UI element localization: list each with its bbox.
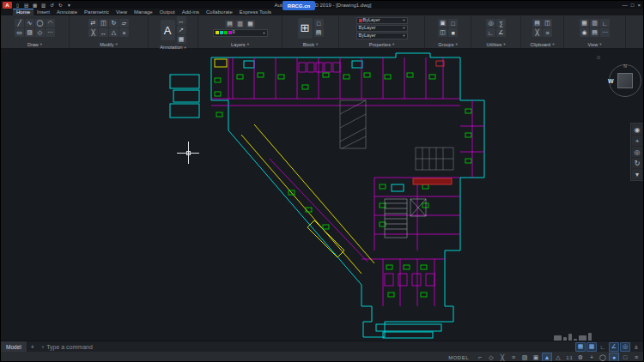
leader-tool-icon[interactable]: ↗ <box>177 26 186 34</box>
ribbon-tab-home[interactable]: Home <box>13 9 33 15</box>
app-menu-button[interactable]: A <box>3 2 12 9</box>
transparency-icon[interactable]: ▨ <box>519 353 530 362</box>
group-select-icon[interactable]: ■ <box>448 28 458 37</box>
named-views-icon[interactable]: ▥ <box>590 19 599 27</box>
floor-plan-drawing[interactable] <box>168 49 488 341</box>
ribbon-panel-label[interactable]: Groups▾ <box>425 40 471 48</box>
erase-tool-icon[interactable]: × <box>119 28 129 37</box>
insert-block-icon[interactable]: ⊞ <box>298 18 313 39</box>
ribbon-panel-label[interactable]: Modify▾ <box>70 40 148 48</box>
selection-cycling-icon[interactable]: ▣ <box>531 353 541 362</box>
viewport-config-icon[interactable]: ▦ <box>580 19 589 27</box>
ribbon-tab-parametric[interactable]: Parametric <box>81 9 112 15</box>
layer-dropdown[interactable]: 0▾ <box>213 29 268 37</box>
dynamic-input-icon[interactable]: ± <box>631 342 641 352</box>
lineweight-dropdown[interactable]: ByLayer▾ <box>356 33 408 39</box>
cut-icon[interactable]: ╳ <box>532 28 542 37</box>
copy-clip-icon[interactable]: ◫ <box>543 19 552 27</box>
redo-icon[interactable]: ↻ <box>57 2 64 9</box>
new-file-icon[interactable]: ▯ <box>14 2 21 9</box>
ribbon-tab-manage[interactable]: Manage <box>131 9 156 15</box>
ribbon-tab-output[interactable]: Output <box>156 9 179 15</box>
grid-icon[interactable]: ▦ <box>575 342 586 352</box>
dimension-tool-icon[interactable]: ↔ <box>177 16 186 25</box>
id-point-icon[interactable]: ∟ <box>486 28 495 37</box>
pan-icon[interactable]: + <box>632 136 642 146</box>
linetype-dropdown[interactable]: ByLayer▾ <box>356 25 408 32</box>
ribbon-tab-insert[interactable]: Insert <box>33 9 53 15</box>
ungroup-icon[interactable]: □ <box>448 19 458 27</box>
quick-calculator-icon[interactable]: ∑ <box>496 19 506 27</box>
layer-state-icon[interactable]: ▥ <box>235 20 245 28</box>
layer-isolate-icon[interactable]: ▦ <box>246 20 255 28</box>
measure-icon[interactable]: ◎ <box>486 19 495 27</box>
navigation-icon[interactable]: ◉ <box>580 28 589 37</box>
stretch-tool-icon[interactable]: ↔ <box>99 28 108 37</box>
arc-tool-icon[interactable]: ◠ <box>46 19 55 27</box>
line-tool-icon[interactable]: ╱ <box>15 19 24 27</box>
text-tool-icon[interactable]: A <box>161 20 175 40</box>
print-icon[interactable]: ▥ <box>39 2 47 9</box>
isolate-objects-icon[interactable]: ◯ <box>598 353 608 362</box>
layout-tab-model[interactable]: Model <box>1 341 27 352</box>
viewcube-home-icon[interactable]: ⌂ <box>597 54 600 60</box>
ribbon-panel-label[interactable]: Draw▾ <box>1 40 69 48</box>
isometric-drafting-icon[interactable]: ◇ <box>486 353 496 362</box>
model-space-label[interactable]: MODEL <box>448 355 469 360</box>
ellipse-tool-icon[interactable]: ◇ <box>35 28 45 37</box>
match-properties-icon[interactable]: ≡ <box>543 28 552 37</box>
viewcube-compass-ring[interactable]: N W <box>609 64 641 97</box>
clean-screen-icon[interactable]: □ <box>620 353 630 362</box>
ortho-icon[interactable]: ∟ <box>598 342 608 352</box>
ribbon-panel-label[interactable]: Annotation▾ <box>149 45 197 50</box>
ribbon-panel-label[interactable]: Layers▾ <box>198 40 282 48</box>
scale-tool-icon[interactable]: △ <box>109 28 118 37</box>
circle-tool-icon[interactable]: ◯ <box>35 19 45 27</box>
user-interface-icon[interactable]: ▤ <box>590 28 599 37</box>
rectangle-tool-icon[interactable]: ▭ <box>15 28 24 37</box>
rotate-tool-icon[interactable]: ↻ <box>109 19 118 27</box>
viewcube-north-label[interactable]: N <box>623 63 627 69</box>
polyline-tool-icon[interactable]: ∿ <box>25 19 34 27</box>
ribbon-tab-annotate[interactable]: Annotate <box>53 9 81 15</box>
annotation-scale-icon[interactable]: 1:1 <box>564 353 574 362</box>
ribbon-tab-express-tools[interactable]: Express Tools <box>236 9 275 15</box>
ribbon-tab-add-ins[interactable]: Add-ins <box>179 9 203 15</box>
group-icon[interactable]: ▣ <box>438 19 447 27</box>
drawing-canvas[interactable]: ⌂ N W ◉+◎↻▾ <box>1 49 644 341</box>
paste-icon[interactable]: ▤ <box>532 19 542 27</box>
mirror-tool-icon[interactable]: ▱ <box>119 19 129 27</box>
undo-icon[interactable]: ↺ <box>48 2 56 9</box>
snap-mode-icon[interactable]: ▩ <box>586 342 597 352</box>
group-edit-icon[interactable]: ◫ <box>438 28 447 37</box>
save-file-icon[interactable]: ▦ <box>31 2 39 9</box>
ribbon-panel-label[interactable]: Utilities▾ <box>471 40 520 48</box>
ribbon-panel-label[interactable]: Clipboard▾ <box>521 40 563 48</box>
trim-tool-icon[interactable]: ╳ <box>88 28 98 37</box>
orbit-icon[interactable]: ↻ <box>632 158 642 168</box>
annotation-monitor-icon[interactable]: + <box>586 353 597 362</box>
layer-properties-icon[interactable]: ▤ <box>225 20 234 28</box>
object-snap-icon[interactable]: ◎ <box>620 342 630 352</box>
ribbon-tab-collaborate[interactable]: Collaborate <box>203 9 236 15</box>
write-block-icon[interactable]: ▤ <box>314 28 324 37</box>
ribbon-panel-label[interactable]: Properties▾ <box>339 40 424 48</box>
infer-constraints-icon[interactable]: ⌐ <box>475 353 485 362</box>
table-tool-icon[interactable]: ▦ <box>177 35 186 44</box>
maximize-button[interactable]: □ <box>631 2 635 9</box>
navigation-wheel-icon[interactable]: ◉ <box>632 124 642 135</box>
annotation-visibility-icon[interactable]: ▲ <box>542 353 552 362</box>
annotation-autoscale-icon[interactable]: △ <box>553 353 563 362</box>
ribbon-panel-label[interactable]: View▾ <box>564 40 625 48</box>
point-style-icon[interactable]: ∠ <box>496 28 506 37</box>
zoom-icon[interactable]: ◎ <box>632 147 642 157</box>
minimize-button[interactable]: — <box>623 2 628 9</box>
add-layout-button[interactable]: + <box>27 344 38 350</box>
close-button[interactable]: × <box>637 2 641 9</box>
move-tool-icon[interactable]: ⇄ <box>88 19 98 27</box>
object-snap-tracking-icon[interactable]: ╳ <box>497 353 507 362</box>
quick-access-more-icon[interactable]: ▾ <box>65 2 73 9</box>
workspace-switching-icon[interactable]: ⚙ <box>575 353 586 362</box>
draw-more-icon[interactable]: ⋯ <box>46 28 55 37</box>
copy-tool-icon[interactable]: ◫ <box>99 19 108 27</box>
